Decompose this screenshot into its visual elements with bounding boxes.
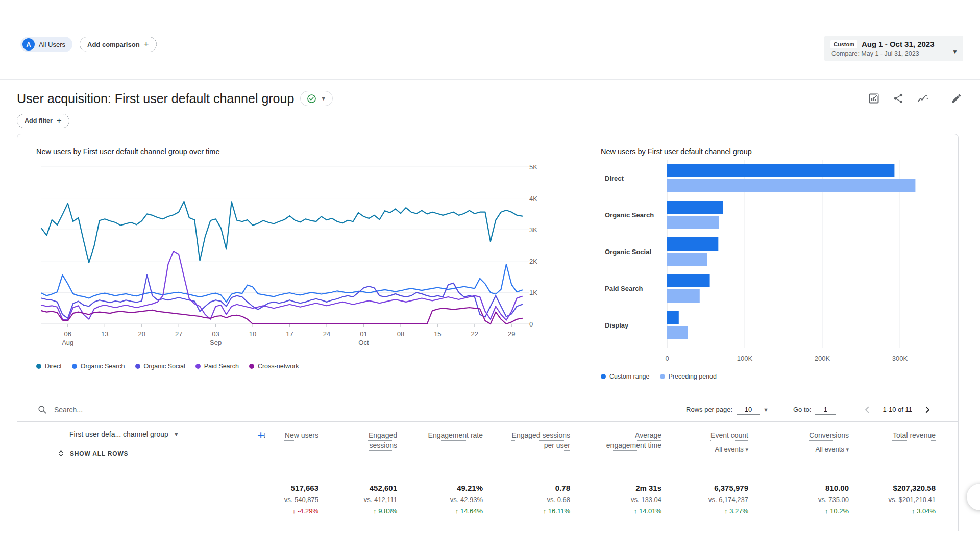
svg-text:2K: 2K — [529, 258, 537, 265]
totals-cell-conversions: 810.00vs. 735.00↑ 10.2% — [748, 484, 849, 515]
all-users-chip[interactable]: A All Users — [20, 37, 72, 52]
legend-dot-icon — [72, 364, 77, 369]
svg-text:01: 01 — [360, 330, 367, 338]
column-header-engaged-sessions[interactable]: Engaged sessions — [318, 430, 397, 475]
bar-chart-title: New users by First user default channel … — [601, 147, 958, 156]
svg-text:300K: 300K — [892, 355, 908, 362]
column-header-conversions[interactable]: ConversionsAll events ▾ — [748, 430, 849, 475]
goto-page-input[interactable]: 1 — [815, 405, 836, 415]
svg-text:Oct: Oct — [358, 339, 369, 346]
customize-report-button[interactable] — [867, 92, 880, 105]
page-title: User acquisition: First user default cha… — [17, 91, 294, 106]
all-users-label: All Users — [39, 41, 65, 48]
legend-item-organic-search[interactable]: Organic Search — [72, 363, 125, 370]
triangle-down-icon[interactable]: ▼ — [174, 431, 179, 437]
column-header-event-count[interactable]: Event countAll events ▾ — [662, 430, 748, 475]
arrow-up-icon: ↑ — [724, 507, 728, 515]
date-custom-badge: Custom — [830, 40, 857, 48]
triangle-down-icon: ▼ — [321, 95, 326, 102]
legend-item-paid-search[interactable]: Paid Search — [195, 363, 239, 370]
triangle-down-icon: ▼ — [952, 48, 958, 55]
svg-text:06: 06 — [64, 330, 71, 338]
svg-text:29: 29 — [508, 330, 515, 338]
legend-dot-icon — [36, 364, 41, 369]
bar-chart-panel: New users by First user default channel … — [601, 147, 958, 380]
line-chart-panel: New users by First user default channel … — [36, 147, 573, 380]
table-search-input[interactable] — [54, 406, 207, 414]
add-dimension-button[interactable]: + — [257, 428, 264, 442]
column-header-total-revenue[interactable]: Total revenue — [849, 430, 936, 475]
arrow-up-icon: ↑ — [912, 507, 915, 515]
dimension-header-cell: First user defa... channel group ▼ + SHO… — [17, 430, 257, 475]
header-divider — [0, 79, 980, 80]
column-header-engagement-rate[interactable]: Engagement rate — [397, 430, 483, 475]
add-filter-button[interactable]: Add filter + — [17, 114, 69, 128]
svg-text:5K: 5K — [529, 163, 537, 171]
svg-text:3K: 3K — [529, 226, 537, 234]
plus-icon: + — [57, 116, 62, 126]
totals-cell-average-engagement-time: 2m 31svs. 133.04↑ 14.01% — [570, 484, 662, 515]
svg-text:Organic Search: Organic Search — [605, 211, 654, 219]
add-comparison-button[interactable]: Add comparison + — [80, 37, 157, 52]
show-all-rows-button[interactable]: SHOW ALL ROWS — [57, 449, 257, 457]
metric-event-selector[interactable]: All events ▾ — [777, 444, 849, 455]
ga4-user-acquisition-report: A All Users Add comparison + Custom Aug … — [0, 0, 980, 551]
insights-button[interactable] — [916, 92, 929, 105]
edit-report-button[interactable] — [950, 92, 963, 105]
next-page-button[interactable] — [920, 403, 935, 417]
chevron-left-icon — [863, 405, 872, 414]
horizontal-scroll-button[interactable] — [967, 484, 980, 510]
svg-text:20: 20 — [138, 330, 145, 338]
svg-text:08: 08 — [397, 330, 404, 338]
share-icon — [893, 93, 904, 104]
totals-cell-new-users: 517,663vs. 540,875↓ -4.29% — [257, 484, 318, 515]
add-filter-label: Add filter — [24, 117, 53, 124]
legend-dot-icon — [249, 364, 254, 369]
totals-cell-event-count: 6,375,979vs. 6,174,237↑ 3.27% — [662, 484, 748, 515]
data-quality-pill[interactable]: ▼ — [300, 91, 333, 106]
legend-item-direct[interactable]: Direct — [36, 363, 62, 370]
report-card: New users by First user default channel … — [17, 134, 959, 531]
bar-chart[interactable]: 0100K200K300KDirectOrganic SearchOrganic… — [601, 156, 958, 366]
pencil-icon — [951, 93, 962, 104]
legend-dot-icon — [601, 374, 606, 379]
triangle-down-icon: ▼ — [763, 407, 769, 413]
share-report-button[interactable] — [892, 92, 905, 105]
totals-cell-engagement-rate: 49.21%vs. 42.93%↑ 14.64% — [397, 484, 483, 515]
date-range-text: Aug 1 - Oct 31, 2023 — [862, 40, 935, 48]
table-toolbar: Rows per page: 10 ▼ Go to: 1 1-10 of 11 — [17, 397, 958, 422]
date-range-selector[interactable]: Custom Aug 1 - Oct 31, 2023 Compare: May… — [824, 36, 963, 61]
svg-text:10: 10 — [249, 330, 256, 338]
rows-per-page: Rows per page: 10 ▼ — [686, 405, 769, 415]
svg-text:200K: 200K — [815, 355, 830, 362]
svg-text:Paid Search: Paid Search — [605, 285, 643, 292]
dimension-header-label[interactable]: First user defa... channel group — [69, 430, 168, 438]
unfold-more-icon — [57, 449, 65, 457]
rows-per-page-select[interactable]: 10 — [737, 405, 760, 415]
column-header-new-users[interactable]: ↓New users — [257, 430, 318, 475]
svg-text:24: 24 — [323, 330, 330, 338]
comparison-chip-row: A All Users Add comparison + — [20, 37, 157, 52]
legend-item-cross-network[interactable]: Cross-network — [249, 363, 299, 370]
arrow-up-icon: ↑ — [373, 507, 377, 515]
svg-text:4K: 4K — [529, 195, 537, 203]
add-comparison-label: Add comparison — [87, 41, 140, 48]
legend-dot-icon — [660, 374, 665, 379]
svg-text:22: 22 — [471, 330, 478, 338]
metric-event-selector[interactable]: All events ▾ — [690, 444, 748, 455]
goto-page: Go to: 1 — [793, 405, 836, 415]
column-header-average-engagement-time[interactable]: Average engagement time — [570, 430, 662, 475]
legend-item-preceding-period[interactable]: Preceding period — [660, 373, 717, 380]
svg-text:17: 17 — [286, 330, 293, 338]
line-chart-legend: DirectOrganic SearchOrganic SocialPaid S… — [36, 363, 573, 370]
arrow-up-icon: ↑ — [634, 507, 638, 515]
legend-item-custom-range[interactable]: Custom range — [601, 373, 650, 380]
legend-item-organic-social[interactable]: Organic Social — [135, 363, 185, 370]
goto-label: Go to: — [793, 406, 811, 413]
line-chart[interactable]: 01K2K3K4K5K06Aug13202703Sep10172401Oct08… — [36, 156, 557, 356]
prev-page-button[interactable] — [860, 403, 874, 417]
arrow-up-icon: ↑ — [825, 507, 828, 515]
table-header-row: First user defa... channel group ▼ + SHO… — [17, 422, 958, 475]
svg-text:0: 0 — [665, 355, 669, 362]
column-header-engaged-sessions-per-user[interactable]: Engaged sessions per user — [483, 430, 570, 475]
